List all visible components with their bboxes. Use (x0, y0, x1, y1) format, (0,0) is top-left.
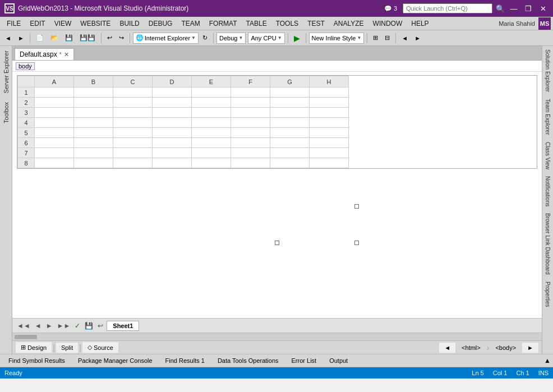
grid-cell-2-7[interactable] (310, 98, 349, 108)
grid-cell-4-0[interactable] (35, 118, 74, 128)
grid-cell-1-7[interactable] (310, 87, 349, 98)
browser-dropdown[interactable]: 🌐 Internet Explorer ▼ (133, 33, 199, 44)
h-scrollbar-thumb[interactable] (15, 335, 37, 339)
grid-cell-8-4[interactable] (192, 158, 231, 168)
nav-left-button[interactable]: ◄ (439, 343, 455, 353)
grid-cell-6-5[interactable] (231, 138, 270, 148)
grid-cell-6-7[interactable] (310, 138, 349, 148)
grid-cell-5-0[interactable] (35, 128, 74, 138)
toolbar-open-button[interactable]: 📂 (48, 33, 61, 43)
grid-cell-8-7[interactable] (310, 158, 349, 168)
grid-cell-5-4[interactable] (192, 128, 231, 138)
quick-launch-input[interactable] (403, 3, 492, 13)
toolbar-format-button[interactable]: ⊟ (382, 33, 393, 43)
grid-cell-3-0[interactable] (35, 108, 74, 118)
grid-cell-4-7[interactable] (310, 118, 349, 128)
toolbar-nav-forward[interactable]: ► (412, 33, 423, 43)
grid-cell-8-2[interactable] (113, 158, 153, 168)
grid-cell-4-2[interactable] (113, 118, 153, 128)
grid-cell-5-7[interactable] (310, 128, 349, 138)
search-icon[interactable]: 🔍 (496, 4, 505, 13)
menu-build[interactable]: BUILD (115, 19, 144, 29)
grid-cell-3-1[interactable] (74, 108, 113, 118)
grid-cell-1-6[interactable] (270, 87, 310, 98)
notification-icon[interactable]: 💬 3 (384, 5, 397, 12)
sheet-undo-button[interactable]: ↩ (96, 321, 104, 331)
menu-window[interactable]: WINDOW (368, 19, 407, 29)
resize-handle-corner[interactable] (354, 241, 359, 245)
sidebar-item-server-explorer[interactable]: Server Explorer (2, 46, 11, 98)
sidebar-team-explorer[interactable]: Team Explorer (543, 95, 552, 138)
sheet-next-button[interactable]: ► (45, 321, 54, 331)
grid-cell-1-5[interactable] (231, 87, 270, 98)
grid-cell-5-2[interactable] (113, 128, 153, 138)
toolbar-play-button[interactable]: ▶ (291, 32, 303, 44)
debug-dropdown[interactable]: Debug ▼ (216, 33, 246, 44)
bottom-tab-package-manager[interactable]: Package Manager Console (72, 356, 159, 366)
grid-cell-6-0[interactable] (35, 138, 74, 148)
grid-cell-4-5[interactable] (231, 118, 270, 128)
restore-button[interactable]: ❐ (523, 4, 534, 13)
grid-cell-2-5[interactable] (231, 98, 270, 108)
grid-cell-1-0[interactable] (35, 87, 74, 98)
grid-cell-3-2[interactable] (113, 108, 153, 118)
grid-cell-6-6[interactable] (270, 138, 310, 148)
toolbar-save-button[interactable]: 💾 (62, 33, 76, 43)
source-view-button[interactable]: ◇ Source (82, 342, 118, 353)
design-view-button[interactable]: ⊞ Design (16, 342, 52, 353)
close-button[interactable]: ✕ (537, 4, 549, 13)
resize-handle-right[interactable] (354, 204, 359, 209)
grid-cell-3-5[interactable] (231, 108, 270, 118)
cpu-dropdown[interactable]: Any CPU ▼ (248, 33, 284, 44)
grid-cell-8-6[interactable] (270, 158, 310, 168)
menu-format[interactable]: FORMAT (205, 19, 242, 29)
resize-handle-bottom[interactable] (275, 241, 279, 245)
h-scrollbar[interactable] (12, 333, 542, 340)
grid-cell-8-1[interactable] (74, 158, 113, 168)
sheet-save-button[interactable]: 💾 (84, 321, 94, 331)
menu-view[interactable]: VIEW (50, 19, 76, 29)
toolbar-grid-button[interactable]: ⊞ (370, 33, 381, 43)
bottom-tab-output[interactable]: Output (323, 356, 354, 366)
grid-cell-8-3[interactable] (153, 158, 192, 168)
grid-cell-1-3[interactable] (153, 87, 192, 98)
toolbar-new-button[interactable]: 📄 (33, 33, 47, 43)
tab-default-aspx[interactable]: Default.aspx * ✕ (15, 48, 74, 60)
menu-team[interactable]: TEAM (177, 19, 204, 29)
grid-cell-6-2[interactable] (113, 138, 153, 148)
grid-cell-2-0[interactable] (35, 98, 74, 108)
sidebar-notifications[interactable]: Notifications (543, 173, 552, 210)
split-view-button[interactable]: Split (56, 343, 78, 353)
sheet-first-button[interactable]: ◄◄ (16, 321, 31, 331)
grid-cell-8-0[interactable] (35, 158, 74, 168)
menu-edit[interactable]: EDIT (25, 19, 49, 29)
grid-cell-7-5[interactable] (231, 148, 270, 158)
grid-cell-5-6[interactable] (270, 128, 310, 138)
grid-cell-3-6[interactable] (270, 108, 310, 118)
tab-close-button[interactable]: ✕ (64, 51, 69, 58)
grid-cell-5-3[interactable] (153, 128, 192, 138)
grid-cell-5-1[interactable] (74, 128, 113, 138)
menu-help[interactable]: HELP (407, 19, 433, 29)
sidebar-class-view[interactable]: Class View (543, 139, 552, 173)
menu-tools[interactable]: TOOLS (271, 19, 303, 29)
toolbar-redo-button[interactable]: ↪ (116, 33, 127, 43)
grid-cell-4-6[interactable] (270, 118, 310, 128)
minimize-button[interactable]: — (508, 4, 519, 13)
grid-cell-7-2[interactable] (113, 148, 153, 158)
sheet-last-button[interactable]: ►► (56, 321, 72, 331)
toolbar-refresh-button[interactable]: ↻ (200, 33, 210, 43)
grid-cell-7-0[interactable] (35, 148, 74, 158)
sidebar-item-toolbox[interactable]: Toolbox (2, 98, 11, 128)
grid-cell-3-4[interactable] (192, 108, 231, 118)
user-avatar[interactable]: MS (538, 17, 551, 30)
bottom-tab-error-list[interactable]: Error List (285, 356, 323, 366)
sidebar-browser-link[interactable]: Browser Link Dashboard (543, 210, 552, 278)
menu-debug[interactable]: DEBUG (144, 19, 177, 29)
style-dropdown[interactable]: New Inline Style ▼ (309, 33, 365, 44)
grid-cell-2-1[interactable] (74, 98, 113, 108)
grid-cell-5-5[interactable] (231, 128, 270, 138)
grid-cell-6-4[interactable] (192, 138, 231, 148)
grid-cell-8-5[interactable] (231, 158, 270, 168)
grid-cell-4-1[interactable] (74, 118, 113, 128)
